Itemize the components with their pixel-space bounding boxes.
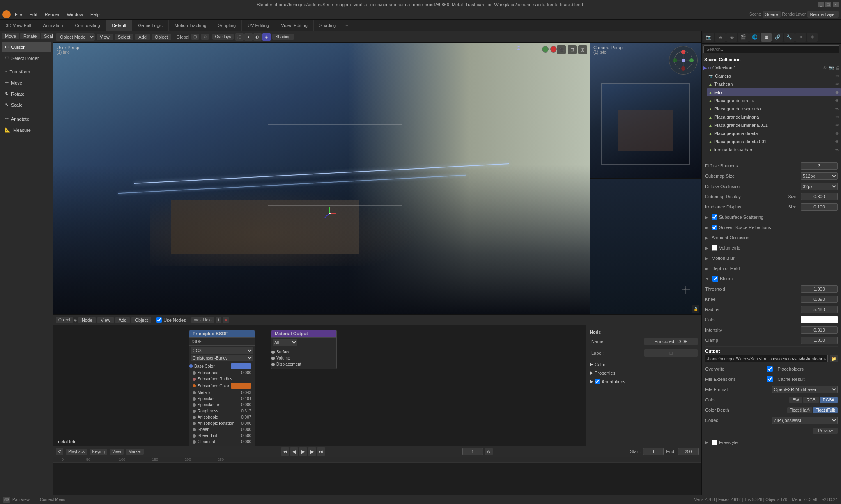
outliner-placa-luminaria[interactable]: ▲ Placa grandeluminaria 👁 (707, 113, 841, 121)
transform-tool[interactable]: ↕ Transform (2, 67, 51, 77)
file-ext-checkbox[interactable] (767, 376, 773, 382)
subsurface-method-select[interactable]: Christensen-Burley (191, 355, 253, 361)
bw-btn[interactable]: BW (789, 397, 802, 403)
view-timeline-menu[interactable]: View (110, 449, 124, 455)
proportional-edit[interactable]: ⊙ (201, 34, 209, 40)
rp-tab-physics[interactable]: ⚛ (807, 33, 818, 42)
outliner-luminaria[interactable]: ▲ luminaria tela-chao 👁 (707, 146, 841, 154)
ssr-toggle[interactable]: ▶ (705, 225, 708, 230)
add-menu-btn[interactable]: Add (135, 34, 150, 40)
ssr-checkbox[interactable] (712, 225, 717, 230)
bloom-intensity-input[interactable] (801, 326, 838, 334)
ltc-eye[interactable]: 👁 (835, 148, 839, 152)
sss-checkbox[interactable] (712, 214, 717, 220)
add-workspace-button[interactable]: + (342, 20, 351, 31)
annotate-tool[interactable]: ✏ Annotate (2, 114, 51, 124)
menu-file[interactable]: File (11, 11, 25, 18)
rp-tab-particles[interactable]: ✦ (795, 33, 806, 42)
rp-tab-output[interactable]: 🖨 (715, 33, 726, 42)
rotate-tool[interactable]: ↻ Rotate (2, 89, 51, 99)
keying-menu[interactable]: Keying (90, 449, 108, 455)
ne-object-menu[interactable]: Object (131, 317, 151, 323)
collection-cam[interactable]: 📷 (829, 66, 834, 70)
node-color-toggle[interactable]: ▶ Color (590, 362, 698, 367)
renderlayer-select[interactable]: RenderLayer (807, 11, 839, 18)
bloom-checkbox[interactable] (712, 276, 718, 282)
ppd-eye[interactable]: 👁 (835, 131, 839, 136)
rp-tab-world[interactable]: 🌐 (749, 33, 760, 42)
tab-scripting[interactable]: Scripting (212, 20, 242, 31)
preview-btn[interactable]: Preview (813, 428, 838, 434)
viewport-icon-3[interactable]: ◎ (578, 45, 587, 54)
menu-help[interactable]: Help (87, 11, 103, 18)
view-menu-btn[interactable]: View (97, 34, 113, 40)
collection-eye[interactable]: 👁 (823, 66, 827, 70)
outliner-placa-grande-esq[interactable]: ▲ Placa grande esquerda 👁 (707, 105, 841, 113)
overlays-btn[interactable]: Overlays (212, 34, 233, 40)
bloom-radius-input[interactable] (801, 306, 838, 313)
pl-eye[interactable]: 👁 (835, 115, 839, 119)
camera-icon[interactable]: 🎥 (557, 45, 566, 54)
freestyle-checkbox[interactable] (712, 440, 717, 445)
bloom-color-swatch[interactable] (801, 316, 838, 323)
viewport-main[interactable]: User Persp (1) teto 🎥 ⊞ ◎ Z (53, 43, 590, 314)
node-label-input[interactable] (644, 349, 698, 357)
rp-tab-object[interactable]: ▦ (761, 33, 772, 42)
snap-options[interactable]: ⊡ (191, 34, 199, 40)
annotations-checkbox[interactable] (595, 379, 600, 384)
timeline-icon[interactable]: ⏱ (56, 448, 63, 455)
tab-shading[interactable]: Shading (314, 20, 342, 31)
material-output-node[interactable]: Material Output All Surface (271, 330, 337, 369)
collection-render[interactable]: 🖨 (835, 66, 839, 70)
float-full-btn[interactable]: Float (Full) (813, 407, 838, 413)
sss-toggle[interactable]: ▶ (705, 215, 708, 220)
rp-tab-scene[interactable]: 🎬 (738, 33, 749, 42)
outliner-placa-pequena-dir-001[interactable]: ▲ Placa pequena direita.001 👁 (707, 137, 841, 146)
float-half-btn[interactable]: Float (Half) (787, 407, 812, 413)
properties-toggle[interactable]: ▶ Properties (590, 370, 698, 376)
pl001-eye[interactable]: 👁 (835, 123, 839, 128)
outliner-teto[interactable]: ▲ teto 👁 (707, 88, 841, 96)
ne-object-btn[interactable]: Object (56, 317, 73, 323)
blender-logo[interactable] (2, 10, 11, 18)
rp-tab-modifier[interactable]: 🔧 (784, 33, 795, 42)
outliner-collection-1[interactable]: ▶ □ Collection 1 👁 📷 🖨 (702, 64, 841, 72)
tab-videoediting[interactable]: Video Editing (275, 20, 314, 31)
bloom-clamp-input[interactable] (801, 337, 838, 344)
end-frame-input[interactable] (678, 448, 699, 455)
scale-tool[interactable]: ⤡ Scale (2, 100, 51, 110)
next-frame-btn[interactable]: ▶ (308, 447, 316, 456)
search-input[interactable] (703, 45, 839, 53)
subsurface-color-swatch[interactable] (231, 383, 251, 389)
cubemap-display-input[interactable] (801, 193, 838, 200)
outliner-placa-grande-dir[interactable]: ▲ Placa grande direita 👁 (707, 96, 841, 105)
window-controls[interactable]: _ □ × (818, 2, 839, 7)
distribution-select[interactable]: GGX (191, 347, 253, 354)
jump-start-btn[interactable]: ⏮ (281, 447, 289, 456)
rendered-mode[interactable]: ◈ (262, 33, 271, 41)
rotate-tool-header[interactable]: Rotate (20, 33, 40, 39)
menu-window[interactable]: Window (64, 11, 86, 18)
mb-toggle[interactable]: ▶ (705, 256, 708, 261)
output-target-select[interactable]: All (273, 339, 297, 346)
camera-viewport-bottom[interactable]: 🔒 (590, 179, 701, 314)
ppd001-eye[interactable]: 👁 (835, 140, 839, 144)
teto-eye[interactable]: 👁 (835, 90, 839, 95)
viewport-side[interactable]: Camera Persp (1) teto (590, 43, 701, 314)
camera-viewport-top[interactable]: Camera Persp (1) teto (590, 43, 701, 179)
file-browse-btn[interactable]: 📁 (830, 355, 838, 362)
start-frame-input[interactable] (643, 448, 664, 455)
outliner-placa-luminaria-001[interactable]: ▲ Placa grandeluminaria.001 👁 (707, 121, 841, 129)
move-tool-header[interactable]: Move (2, 33, 19, 39)
vol-toggle[interactable]: ▶ (705, 246, 708, 250)
new-material-btn[interactable]: + (216, 317, 222, 323)
outliner-camera[interactable]: 📷 Camera 👁 (707, 72, 841, 80)
ne-view-menu[interactable]: View (97, 317, 114, 323)
outliner-trashcan[interactable]: ▲ Trashcan 👁 (707, 80, 841, 88)
object-menu-btn[interactable]: Object (152, 34, 171, 40)
measure-tool[interactable]: 📐 Measure (2, 125, 51, 135)
ao-toggle[interactable]: ▶ (705, 236, 708, 240)
trashcan-eye[interactable]: 👁 (835, 82, 839, 87)
freestyle-toggle[interactable]: ▶ (705, 440, 708, 444)
annotations-toggle[interactable]: ▶ Annotations (590, 379, 698, 384)
